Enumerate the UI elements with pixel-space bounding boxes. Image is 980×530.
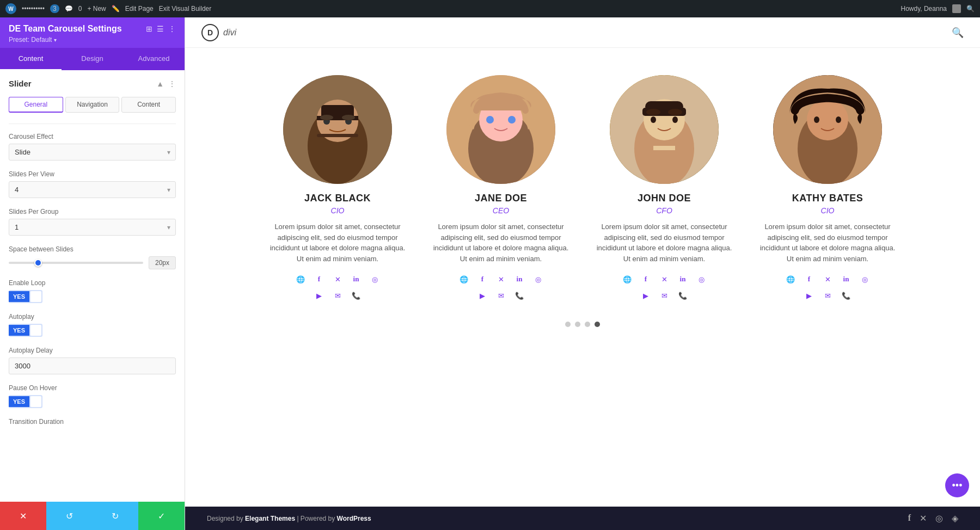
social-youtube-jack[interactable]: ▶ — [313, 289, 326, 302]
autoplay-field: Autoplay YES — [9, 313, 176, 337]
howdy-label: Howdy, Deanna — [901, 5, 947, 13]
autoplay-delay-field: Autoplay Delay — [9, 347, 176, 374]
wp-admin-bar: W •••••••••• 3 💬 0 + New ✏️ Edit Page Ex… — [0, 0, 980, 17]
carousel-dot-1[interactable] — [565, 322, 571, 327]
social-instagram-jane[interactable]: ◎ — [531, 273, 544, 286]
team-card-john-doe: JOHN DOE CFO Lorem ipsum dolor sit amet,… — [588, 70, 740, 311]
social-linkedin-jack[interactable]: in — [350, 273, 363, 286]
social-instagram-john[interactable]: ◎ — [695, 273, 708, 286]
member-role-jack: CIO — [267, 206, 408, 215]
section-collapse-icon[interactable]: ▲ — [156, 79, 164, 88]
update-counter[interactable]: 3 — [50, 4, 59, 13]
social-email-kathy[interactable]: ✉ — [821, 289, 834, 302]
cancel-button[interactable]: ✕ — [0, 502, 46, 530]
social-facebook-kathy[interactable]: f — [803, 273, 816, 286]
admin-search-icon[interactable]: 🔍 — [966, 5, 975, 13]
footer-instagram-icon[interactable]: ◎ — [935, 513, 943, 523]
social-youtube-john[interactable]: ▶ — [639, 289, 652, 302]
user-avatar[interactable] — [952, 4, 961, 13]
carousel-dots — [196, 311, 969, 338]
pause-on-hover-toggle[interactable]: YES — [9, 395, 42, 408]
social-x-jane[interactable]: ✕ — [494, 273, 507, 286]
social-linkedin-kathy[interactable]: in — [840, 273, 853, 286]
social-email-jane[interactable]: ✉ — [494, 289, 507, 302]
autoplay-label: Autoplay — [9, 313, 176, 321]
social-youtube-jane[interactable]: ▶ — [476, 289, 489, 302]
social-phone-jack[interactable]: 📞 — [350, 289, 363, 302]
divi-logo-circle: D — [201, 24, 219, 41]
pause-on-hover-label: Pause On Hover — [9, 384, 176, 392]
social-facebook-jack[interactable]: f — [313, 273, 326, 286]
divi-header: D divi 🔍 — [185, 17, 980, 48]
edit-page-button[interactable]: Edit Page — [125, 5, 154, 13]
social-email-jack[interactable]: ✉ — [331, 289, 344, 302]
wordpress-link[interactable]: WordPress — [337, 515, 371, 522]
slides-per-group-select[interactable]: 1 2 3 4 — [9, 219, 176, 236]
footer-facebook-icon[interactable]: f — [908, 513, 911, 523]
carousel-dot-2[interactable] — [575, 322, 580, 327]
site-name[interactable]: •••••••••• — [22, 5, 45, 13]
social-linkedin-jane[interactable]: in — [513, 273, 526, 286]
exit-visual-builder-button[interactable]: Exit Visual Builder — [159, 5, 212, 13]
social-instagram-jack[interactable]: ◎ — [368, 273, 381, 286]
footer-x-icon[interactable]: ✕ — [920, 513, 927, 523]
svg-point-10 — [342, 115, 355, 120]
autoplay-toggle[interactable]: YES — [9, 324, 42, 337]
preset-arrow-icon: ▾ — [54, 37, 57, 43]
social-facebook-jane[interactable]: f — [476, 273, 489, 286]
member-name-john: JOHN DOE — [593, 193, 735, 204]
sub-tab-navigation[interactable]: Navigation — [65, 97, 120, 113]
preset-selector[interactable]: Preset: Default ▾ — [9, 36, 176, 44]
team-card-jack-black: JACK BLACK CIO Lorem ipsum dolor sit ame… — [261, 70, 414, 311]
enable-loop-field: Enable Loop YES — [9, 279, 176, 303]
preset-label: Preset: Default — [9, 36, 52, 44]
social-linkedin-john[interactable]: in — [676, 273, 689, 286]
svg-point-30 — [836, 116, 841, 123]
social-x-john[interactable]: ✕ — [658, 273, 671, 286]
social-x-jack[interactable]: ✕ — [331, 273, 344, 286]
panel-icon-grid[interactable]: ⊞ — [146, 24, 152, 33]
social-phone-kathy[interactable]: 📞 — [840, 289, 853, 302]
divider — [9, 124, 176, 124]
social-globe-jack[interactable]: 🌐 — [294, 273, 307, 286]
reset-button[interactable]: ↺ — [46, 502, 93, 530]
panel-icon-more[interactable]: ⋮ — [168, 24, 176, 33]
save-button[interactable]: ✓ — [138, 502, 185, 530]
enable-loop-toggle[interactable]: YES — [9, 290, 42, 303]
panel-icon-columns[interactable]: ☰ — [157, 24, 164, 33]
footer-credit: Designed by Elegant Themes | Powered by … — [207, 514, 371, 522]
space-range-wrapper: 20px — [9, 256, 176, 269]
carousel-effect-select[interactable]: Slide Fade Flip Cube — [9, 144, 176, 161]
carousel-dot-4[interactable] — [595, 322, 600, 327]
slides-per-view-select[interactable]: 1 2 3 4 5 6 — [9, 181, 176, 198]
fab-button[interactable]: ••• — [945, 473, 969, 497]
carousel-dot-3[interactable] — [585, 322, 590, 327]
autoplay-delay-input[interactable] — [9, 358, 176, 374]
sub-tab-content[interactable]: Content — [121, 97, 176, 113]
social-email-john[interactable]: ✉ — [658, 289, 671, 302]
new-button[interactable]: + New — [87, 5, 106, 13]
social-phone-john[interactable]: 📞 — [676, 289, 689, 302]
social-youtube-kathy[interactable]: ▶ — [803, 289, 816, 302]
tab-content[interactable]: Content — [0, 48, 62, 70]
wordpress-icon[interactable]: W — [5, 3, 16, 14]
tab-advanced[interactable]: Advanced — [123, 48, 185, 70]
redo-button[interactable]: ↻ — [93, 502, 139, 530]
social-globe-john[interactable]: 🌐 — [621, 273, 634, 286]
elegant-themes-link[interactable]: Elegant Themes — [245, 515, 295, 522]
right-content: D divi 🔍 — [185, 17, 980, 530]
social-x-kathy[interactable]: ✕ — [821, 273, 834, 286]
footer-rss-icon[interactable]: ◈ — [952, 513, 958, 523]
section-menu-icon[interactable]: ⋮ — [168, 79, 176, 88]
member-social-kathy-row1: 🌐 f ✕ in ◎ — [757, 273, 898, 286]
sub-tab-general[interactable]: General — [9, 97, 63, 113]
space-between-slides-range[interactable] — [9, 262, 143, 264]
divi-search-icon[interactable]: 🔍 — [952, 27, 964, 39]
social-facebook-john[interactable]: f — [639, 273, 652, 286]
social-globe-jane[interactable]: 🌐 — [457, 273, 470, 286]
social-globe-kathy[interactable]: 🌐 — [784, 273, 797, 286]
social-phone-jane[interactable]: 📞 — [513, 289, 526, 302]
social-instagram-kathy[interactable]: ◎ — [858, 273, 871, 286]
tab-design[interactable]: Design — [62, 48, 123, 70]
svg-point-19 — [651, 116, 656, 123]
